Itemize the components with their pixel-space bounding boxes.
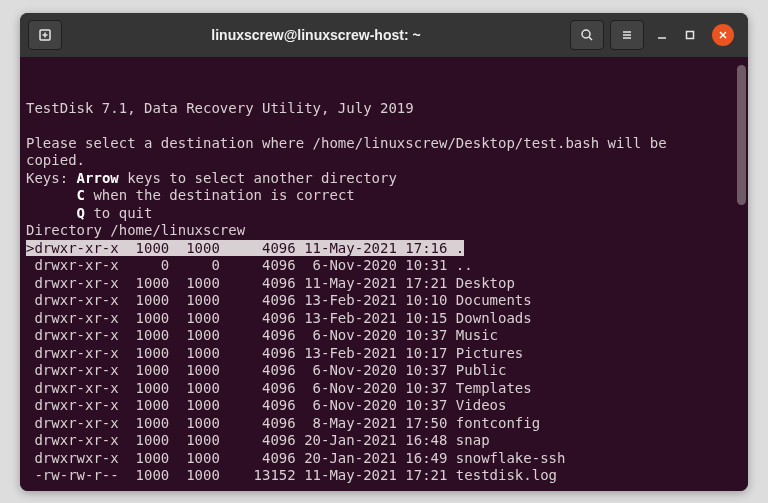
svg-line-4 [589,37,592,40]
keys-arrow-text: keys to select another directory [119,170,397,186]
window-title: linuxscrew@linuxscrew-host: ~ [68,27,564,43]
app-header: TestDisk 7.1, Data Recovery Utility, Jul… [26,100,414,116]
terminal-content[interactable]: TestDisk 7.1, Data Recovery Utility, Jul… [20,57,748,491]
keys-q: Q [77,205,85,221]
terminal-window: linuxscrew@linuxscrew-host: ~ TestDisk 7… [20,13,748,491]
titlebar: linuxscrew@linuxscrew-host: ~ [20,13,748,57]
list-item[interactable]: drwxr-xr-x 1000 1000 4096 13-Feb-2021 10… [26,310,742,328]
keys-arrow: Arrow [77,170,119,186]
keys-label: Keys: [26,170,68,186]
list-item[interactable]: drwxr-xr-x 1000 1000 4096 6-Nov-2020 10:… [26,380,742,398]
close-button[interactable] [712,24,734,46]
list-item[interactable]: drwxr-xr-x 0 0 4096 6-Nov-2020 10:31 .. [26,257,742,275]
scrollbar[interactable] [737,65,746,205]
minimize-button[interactable] [656,29,668,41]
list-item[interactable]: drwxr-xr-x 1000 1000 4096 6-Nov-2020 10:… [26,327,742,345]
search-button[interactable] [570,20,604,50]
directory-path: Directory /home/linuxscrew [26,222,245,238]
list-item[interactable]: drwxr-xr-x 1000 1000 4096 6-Nov-2020 10:… [26,397,742,415]
list-item[interactable]: drwxr-xr-x 1000 1000 4096 13-Feb-2021 10… [26,292,742,310]
instruction-line-1: Please select a destination where /home/… [26,135,667,151]
list-item[interactable]: -rw-rw-r-- 1000 1000 13152 11-May-2021 1… [26,467,742,485]
window-controls [650,24,740,46]
svg-point-3 [582,30,590,38]
new-tab-button[interactable] [28,20,62,50]
file-listing[interactable]: >drwxr-xr-x 1000 1000 4096 11-May-2021 1… [26,240,742,485]
list-item[interactable]: drwxr-xr-x 1000 1000 4096 6-Nov-2020 10:… [26,362,742,380]
maximize-button[interactable] [684,29,696,41]
keys-c: C [77,187,85,203]
list-item[interactable]: drwxr-xr-x 1000 1000 4096 13-Feb-2021 10… [26,345,742,363]
menu-button[interactable] [610,20,644,50]
keys-q-text: to quit [85,205,152,221]
list-item[interactable]: drwxr-xr-x 1000 1000 4096 8-May-2021 17:… [26,415,742,433]
instruction-line-2: copied. [26,152,85,168]
list-item[interactable]: drwxr-xr-x 1000 1000 4096 20-Jan-2021 16… [26,432,742,450]
list-item[interactable]: >drwxr-xr-x 1000 1000 4096 11-May-2021 1… [26,240,742,258]
list-item[interactable]: drwxrwxr-x 1000 1000 4096 20-Jan-2021 16… [26,450,742,468]
list-item[interactable]: drwxr-xr-x 1000 1000 4096 11-May-2021 17… [26,275,742,293]
keys-c-text: when the destination is correct [85,187,355,203]
svg-rect-9 [687,31,694,38]
